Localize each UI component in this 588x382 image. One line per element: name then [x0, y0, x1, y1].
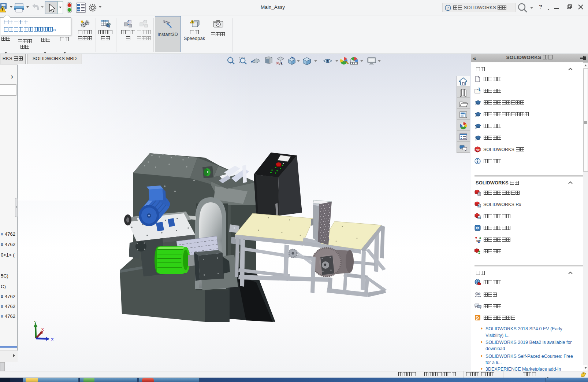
svg-text:Rx: Rx	[478, 217, 481, 219]
svg-text:SW: SW	[476, 240, 481, 242]
svg-text:A: A	[279, 60, 283, 66]
svg-text:SW: SW	[476, 149, 480, 151]
svg-text:Rx: Rx	[478, 205, 481, 207]
